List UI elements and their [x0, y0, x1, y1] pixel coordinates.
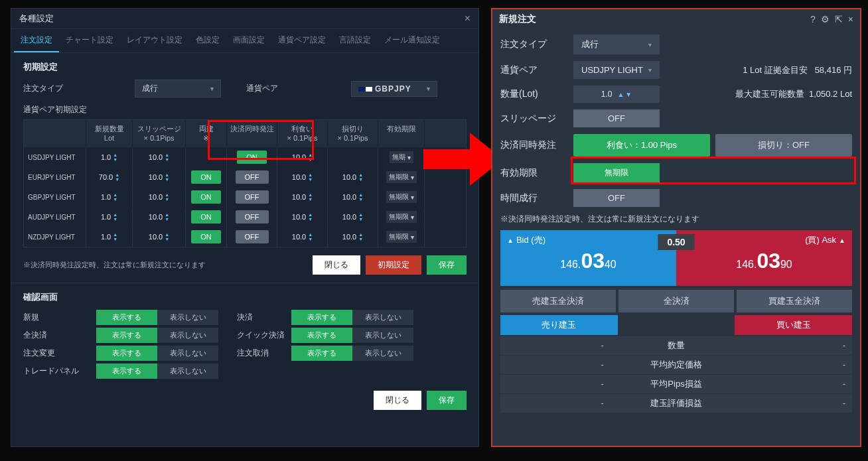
- tp-stepper[interactable]: 10.0▲▼: [277, 168, 328, 187]
- slip-stepper[interactable]: 10.0▲▼: [133, 148, 186, 167]
- confirm-label: 決済: [218, 312, 291, 323]
- exp-select[interactable]: 無期限 ▾: [378, 188, 425, 207]
- ask-button[interactable]: (買) Ask▲ 146.0390: [676, 230, 852, 286]
- hide-button[interactable]: 表示しない: [352, 310, 413, 325]
- exp-select[interactable]: 無期 ▾: [378, 148, 425, 167]
- show-button[interactable]: 表示する: [96, 346, 157, 361]
- tp-stepper[interactable]: 10.0▲▼: [277, 208, 328, 227]
- save-button[interactable]: 保存: [427, 255, 467, 275]
- th-tp: 利食い× 0.1Pips: [277, 120, 328, 147]
- lot-stepper[interactable]: 1.0▲▼: [86, 188, 133, 207]
- show-button[interactable]: 表示する: [96, 363, 157, 379]
- lot-stepper[interactable]: 70.0▲▼: [86, 168, 133, 187]
- show-button[interactable]: 表示する: [291, 328, 352, 343]
- hide-button[interactable]: 表示しない: [157, 363, 218, 379]
- pair-select[interactable]: USDJPY LIGHT ▾: [573, 61, 660, 79]
- up-icon: ▲: [839, 237, 845, 244]
- close-icon[interactable]: ×: [465, 13, 470, 25]
- down-icon[interactable]: ▼: [625, 91, 632, 98]
- gear-icon[interactable]: ⚙: [821, 14, 830, 25]
- chevron-down-icon: ▾: [210, 85, 214, 92]
- bid-label: Bid (売): [516, 234, 545, 246]
- lot-stepper[interactable]: 1.0▲▼: [86, 208, 133, 227]
- exp-select[interactable]: 無期限 ▾: [378, 208, 425, 227]
- hide-button[interactable]: 表示しない: [157, 328, 218, 343]
- both-toggle[interactable]: [186, 148, 227, 167]
- exp-select[interactable]: 無期限 ▾: [378, 228, 425, 247]
- th-pair: [24, 120, 86, 147]
- tab-mail[interactable]: メール通知設定: [378, 29, 447, 52]
- settle-toggle[interactable]: ON: [227, 148, 277, 167]
- reset-button[interactable]: 初期設定: [366, 255, 421, 275]
- tab-chart[interactable]: チャート設定: [59, 29, 120, 52]
- settle-toggle[interactable]: OFF: [227, 188, 277, 207]
- sl-stepper[interactable]: 10.0▲▼: [328, 208, 378, 227]
- hide-button[interactable]: 表示しない: [352, 328, 413, 343]
- tab-pair[interactable]: 通貨ペア設定: [271, 29, 332, 52]
- sl-stepper[interactable]: 10.0▲▼: [328, 188, 378, 207]
- sl-button[interactable]: 損切り：OFF: [715, 134, 852, 157]
- help-icon[interactable]: ?: [810, 14, 816, 25]
- settle-toggle[interactable]: OFF: [227, 168, 277, 187]
- pair-select[interactable]: GBPJPY ▾: [351, 81, 437, 97]
- show-button[interactable]: 表示する: [291, 310, 352, 325]
- settle-sell-button[interactable]: 売建玉全決済: [500, 290, 616, 312]
- settle-toggle[interactable]: OFF: [227, 208, 277, 227]
- time-toggle[interactable]: OFF: [573, 189, 660, 207]
- cell-pair: USDJPY LIGHT: [24, 148, 86, 167]
- save-button-2[interactable]: 保存: [427, 391, 467, 410]
- tab-screen[interactable]: 画面設定: [226, 29, 271, 52]
- tab-lang[interactable]: 言語設定: [332, 29, 378, 52]
- up-icon[interactable]: ▲: [617, 91, 624, 98]
- hide-button[interactable]: 表示しない: [157, 310, 218, 325]
- sl-stepper[interactable]: [328, 148, 378, 167]
- order-type-select[interactable]: 成行 ▾: [573, 34, 660, 54]
- tp-button[interactable]: 利食い：1.00 Pips: [573, 134, 710, 157]
- hide-button[interactable]: 表示しない: [352, 346, 413, 361]
- settle-toggle[interactable]: OFF: [227, 228, 277, 247]
- settle-buy-button[interactable]: 買建玉全決済: [737, 290, 852, 312]
- tab-order[interactable]: 注文設定: [14, 29, 59, 52]
- close-button[interactable]: 閉じる: [313, 255, 360, 275]
- settings-tabs: 注文設定 チャート設定 レイアウト設定 色設定 画面設定 通貨ペア設定 言語設定…: [11, 29, 478, 53]
- both-toggle[interactable]: ON: [186, 228, 227, 247]
- lot-stepper[interactable]: 1.0▲▼: [86, 148, 133, 167]
- info-left: -: [507, 399, 604, 408]
- tab-color[interactable]: 色設定: [189, 29, 226, 52]
- tp-stepper[interactable]: 10.0▲▼: [277, 188, 328, 207]
- popout-icon[interactable]: ⇱: [835, 14, 843, 25]
- order-type-select[interactable]: 成行 ▾: [135, 80, 221, 98]
- hide-button[interactable]: 表示しない: [157, 346, 218, 361]
- close-button-2[interactable]: 閉じる: [374, 391, 421, 410]
- show-button[interactable]: 表示する: [291, 346, 352, 361]
- tp-stepper[interactable]: 10.0▲▼: [277, 228, 328, 247]
- show-button[interactable]: 表示する: [96, 328, 157, 343]
- exp-label: 有効期限: [500, 167, 567, 179]
- exp-select[interactable]: 無期限 ▾: [378, 168, 425, 187]
- both-toggle[interactable]: ON: [186, 208, 227, 227]
- slip-stepper[interactable]: 10.0▲▼: [133, 188, 186, 207]
- slip-stepper[interactable]: 10.0▲▼: [133, 228, 186, 247]
- exp-button[interactable]: 無期限: [573, 163, 660, 182]
- sl-stepper[interactable]: 10.0▲▼: [328, 228, 378, 247]
- tp-stepper[interactable]: 10.0▲▼: [277, 148, 328, 167]
- slip-stepper[interactable]: 10.0▲▼: [133, 168, 186, 187]
- sl-stepper[interactable]: 10.0▲▼: [328, 168, 378, 187]
- bid-button[interactable]: ▲Bid (売) 146.0340: [500, 230, 676, 286]
- slip-toggle[interactable]: OFF: [573, 109, 660, 127]
- lot-stepper[interactable]: 1.0▲▼: [86, 228, 133, 247]
- slip-label: スリッページ: [500, 113, 567, 125]
- settle-all-button[interactable]: 全決済: [618, 290, 734, 312]
- show-button[interactable]: 表示する: [96, 310, 157, 325]
- order-type-value: 成行: [142, 83, 158, 94]
- qty-stepper[interactable]: 1.0 ▲▼: [573, 86, 660, 103]
- pos-buy-tab[interactable]: 買い建玉: [735, 315, 852, 335]
- both-toggle[interactable]: ON: [186, 188, 227, 207]
- both-toggle[interactable]: ON: [186, 168, 227, 187]
- close-icon[interactable]: ×: [848, 14, 853, 25]
- info-row: -平均約定価格-: [500, 356, 852, 374]
- pos-sell-tab[interactable]: 売り建玉: [500, 315, 618, 335]
- slip-stepper[interactable]: 10.0▲▼: [133, 208, 186, 227]
- chevron-down-icon: ▾: [648, 66, 652, 74]
- tab-layout[interactable]: レイアウト設定: [120, 29, 189, 52]
